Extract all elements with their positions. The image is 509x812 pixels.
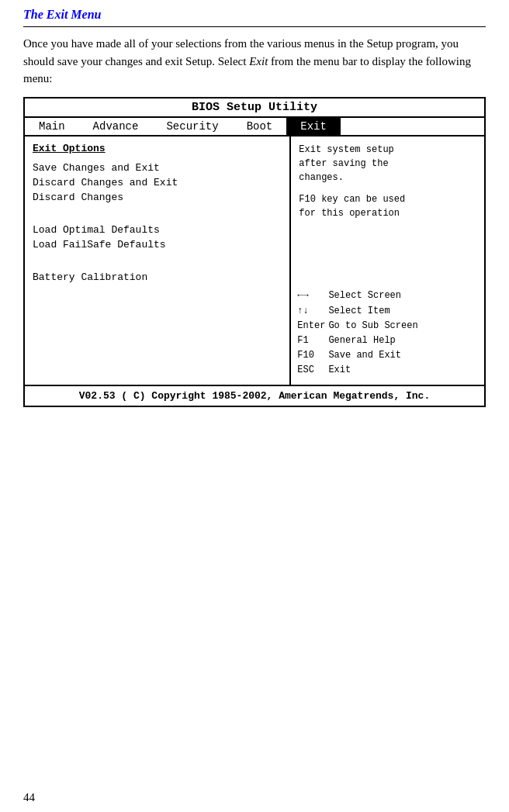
menu-item-exit[interactable]: Exit bbox=[286, 118, 341, 135]
key-lr-action: Select Screen bbox=[328, 289, 421, 303]
spacer-2 bbox=[33, 254, 282, 265]
title-divider bbox=[23, 26, 486, 27]
desc-save-changes: Exit system setupafter saving thechanges… bbox=[299, 143, 476, 185]
key-lr-symbol: ←→ bbox=[297, 289, 328, 303]
key-ud-action: Select Item bbox=[328, 304, 421, 319]
bios-right-panel: Exit system setupafter saving thechanges… bbox=[291, 136, 484, 385]
key-row-esc: ESC Exit bbox=[297, 363, 421, 378]
key-row-f1: F1 General Help bbox=[297, 333, 421, 348]
key-f1-action: General Help bbox=[328, 333, 421, 348]
intro-paragraph: Once you have made all of your selection… bbox=[23, 35, 486, 88]
key-enter-action: Go to Sub Screen bbox=[328, 319, 421, 333]
key-row-lr: ←→ Select Screen bbox=[297, 289, 421, 303]
bios-body: Exit Options Save Changes and Exit Disca… bbox=[25, 136, 484, 385]
option-save-changes-exit[interactable]: Save Changes and Exit bbox=[33, 162, 282, 174]
menu-item-boot[interactable]: Boot bbox=[233, 118, 287, 135]
key-row-enter: Enter Go to Sub Screen bbox=[297, 319, 421, 333]
option-load-optimal[interactable]: Load Optimal Defaults bbox=[33, 224, 282, 236]
key-row-ud: ↑↓ Select Item bbox=[297, 304, 421, 319]
exit-options-title: Exit Options bbox=[33, 143, 282, 154]
menu-item-advance[interactable]: Advance bbox=[79, 118, 153, 135]
bios-footer: V02.53 ( C) Copyright 1985-2002, America… bbox=[25, 385, 484, 406]
key-f1-symbol: F1 bbox=[297, 333, 328, 348]
bios-menu-bar: Main Advance Security Boot Exit bbox=[25, 118, 484, 136]
key-esc-action: Exit bbox=[328, 363, 421, 378]
key-f10-symbol: F10 bbox=[297, 348, 328, 363]
key-help-table: ←→ Select Screen ↑↓ Select Item Enter Go… bbox=[297, 289, 421, 378]
spacer-1 bbox=[33, 206, 282, 218]
menu-item-security[interactable]: Security bbox=[152, 118, 232, 135]
page-title: The Exit Menu bbox=[23, 8, 486, 22]
bios-title: BIOS Setup Utility bbox=[25, 98, 484, 118]
key-ud-symbol: ↑↓ bbox=[297, 304, 328, 319]
desc-f10-key: F10 key can be usedfor this operation bbox=[299, 192, 476, 220]
option-discard-changes[interactable]: Discard Changes bbox=[33, 192, 282, 203]
key-esc-symbol: ESC bbox=[297, 363, 328, 378]
menu-item-main[interactable]: Main bbox=[25, 118, 79, 135]
page-number: 44 bbox=[23, 791, 35, 804]
option-load-failsafe[interactable]: Load FailSafe Defaults bbox=[33, 239, 282, 251]
option-battery-calibration[interactable]: Battery Calibration bbox=[33, 271, 282, 283]
option-discard-changes-exit[interactable]: Discard Changes and Exit bbox=[33, 177, 282, 188]
key-row-f10: F10 Save and Exit bbox=[297, 348, 421, 363]
key-enter-symbol: Enter bbox=[297, 319, 328, 333]
key-f10-action: Save and Exit bbox=[328, 348, 421, 363]
bios-box: BIOS Setup Utility Main Advance Security… bbox=[23, 97, 486, 407]
intro-italic: Exit bbox=[249, 55, 268, 67]
bios-left-panel: Exit Options Save Changes and Exit Disca… bbox=[25, 136, 291, 385]
